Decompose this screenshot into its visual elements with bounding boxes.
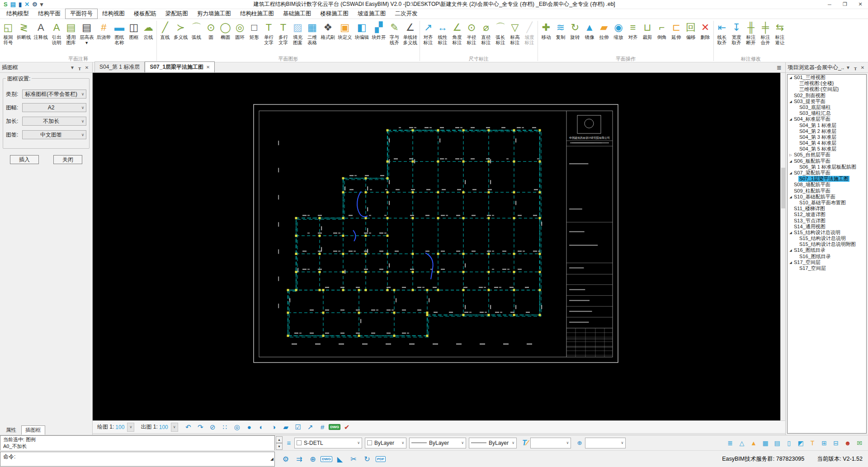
print-icon[interactable]: ▤ xyxy=(772,438,782,448)
panel-close-icon[interactable]: ✕ xyxy=(83,65,90,70)
menu-item-结构柱施工图[interactable]: 结构柱施工图 xyxy=(236,9,278,19)
menu-item-基础施工图[interactable]: 基础施工图 xyxy=(278,9,316,19)
tree-expander-icon[interactable]: ◢ xyxy=(788,75,793,80)
tree-item[interactable]: ◢S15_结构设计总说明 xyxy=(788,230,866,236)
panel-pin-icon[interactable]: ┰ xyxy=(76,65,83,70)
ribbon-button[interactable]: ▤通用 图库 xyxy=(64,20,78,47)
frame-crop-icon[interactable]: # xyxy=(317,422,328,432)
ribbon-button[interactable]: 回偏移 xyxy=(684,20,698,47)
close-tab-icon[interactable]: ✕ xyxy=(206,65,210,70)
settings-gear-icon[interactable]: ⚙ xyxy=(280,453,291,464)
layer-select[interactable]: S-DETL ∨ xyxy=(294,438,362,448)
redo-icon[interactable]: ↷ xyxy=(195,422,206,432)
tree-item[interactable]: ◢S07_梁配筋平面 xyxy=(788,170,866,176)
slope-tool-icon[interactable]: ◣ xyxy=(335,453,345,464)
ribbon-button[interactable]: ⌒弧长 标注 xyxy=(493,20,508,47)
ribbon-button[interactable]: ∠单线转 多义线 xyxy=(402,20,419,47)
ribbon-button[interactable]: A引出 说明 xyxy=(49,20,64,47)
tree-item[interactable]: S09_柱配筋平面 xyxy=(788,188,866,194)
menu-item-结构平面[interactable]: 结构平面 xyxy=(33,9,65,19)
document-tab[interactable]: S07_1层梁平法施工图✕ xyxy=(145,61,215,72)
draw-scale-dropdown[interactable]: ∨ xyxy=(127,423,134,432)
ribbon-button[interactable]: ╪标注 合并 xyxy=(758,20,773,47)
minimize-button[interactable]: ─ xyxy=(822,0,837,9)
ribbon-button[interactable]: ▤层高表 ▾ xyxy=(78,20,95,47)
ribbon-button[interactable]: ↗对齐 标注 xyxy=(421,20,435,47)
measure-icon[interactable]: ↗ xyxy=(305,422,316,432)
ribbon-button[interactable]: ◎圆环 xyxy=(233,20,247,47)
tree-item[interactable]: S15_结构设计总说明附图 xyxy=(788,241,866,247)
text-style-icon[interactable]: T xyxy=(807,438,817,448)
field-select-图幅[interactable]: A2∨ xyxy=(22,103,86,112)
ribbon-button[interactable]: ⌀直径 标注 xyxy=(479,20,493,47)
ribbon-button[interactable]: ◧块编辑 xyxy=(354,20,371,47)
settings-gear-icon[interactable]: ⚙ xyxy=(32,0,38,9)
menu-item-平面符号[interactable]: 平面符号 xyxy=(65,9,98,19)
unlock-rotate-icon[interactable]: ◑ xyxy=(268,422,279,432)
tree-item[interactable]: S17_空间层 xyxy=(788,265,866,271)
lock-icon[interactable]: ● xyxy=(244,422,255,432)
export-dwg-icon[interactable]: DWG xyxy=(329,422,340,432)
ribbon-button[interactable]: ⊙圆 xyxy=(204,20,218,47)
tree-item[interactable]: S13_节点详图 xyxy=(788,218,866,224)
menu-item-楼板配筋[interactable]: 楼板配筋 xyxy=(129,9,161,19)
donut-icon[interactable]: ◎ xyxy=(231,422,243,432)
ribbon-button[interactable]: A注释线 xyxy=(33,20,50,47)
ribbon-button[interactable]: ≷折断线 xyxy=(15,20,33,47)
tree-item[interactable]: 三维视图:{全楼} xyxy=(788,80,866,86)
tree-item[interactable]: S14_通用视图 xyxy=(788,224,866,230)
tree-item[interactable]: 三维视图:{空间层} xyxy=(788,86,866,92)
app-logo[interactable]: S xyxy=(4,0,8,9)
export-pdf-icon[interactable]: PDF xyxy=(375,453,386,464)
tree-item[interactable]: ▷S05_自然层平面 xyxy=(788,152,866,158)
tree-expander-icon[interactable]: ◢ xyxy=(788,230,793,236)
tree-expander-icon[interactable]: ◢ xyxy=(788,116,793,122)
menu-item-结构模型[interactable]: 结构模型 xyxy=(2,9,33,19)
triangle-fill-icon[interactable]: ▲ xyxy=(749,438,759,448)
tree-item[interactable]: ◢S16_图纸目录 xyxy=(788,247,866,253)
menu-item-剪力墙施工图[interactable]: 剪力墙施工图 xyxy=(193,9,236,19)
command-input[interactable]: 命令: ◢ xyxy=(0,452,275,467)
panel-dropdown-icon[interactable]: ▼ xyxy=(844,65,852,70)
ribbon-button[interactable]: ╫标注 断开 xyxy=(744,20,758,47)
verify-icon[interactable]: ✔ xyxy=(341,422,353,432)
resize-grip-icon[interactable]: ◢ xyxy=(270,457,274,461)
tree-item[interactable]: S15_结构设计总说明 xyxy=(788,236,866,241)
left-panel-tab-插图框[interactable]: 插图框 xyxy=(21,425,45,435)
restore-button[interactable]: ❐ xyxy=(837,0,853,9)
tree-expander-icon[interactable]: ◢ xyxy=(788,158,793,164)
ribbon-button[interactable]: ↧宽度 取齐 xyxy=(729,20,744,47)
ribbon-button[interactable]: ▬图纸 名称 xyxy=(112,20,127,47)
tree-item[interactable]: S04_第 4 标准层 xyxy=(788,140,866,146)
ribbon-button[interactable]: ◫图框 xyxy=(127,20,141,47)
drawing-canvas[interactable]: 中国建筑西南设计研究院有限公司 xyxy=(93,73,785,420)
tree-expander-icon[interactable]: ◢ xyxy=(788,247,793,253)
tree-item[interactable]: S04_第 2 标准层 xyxy=(788,128,866,134)
ribbon-button[interactable]: ▣块定义 xyxy=(336,20,354,47)
hide-icon[interactable]: ⊘ xyxy=(207,422,218,432)
ribbon-button[interactable]: T单行 文字 xyxy=(262,20,276,47)
panel-dropdown-icon[interactable]: ▼ xyxy=(69,65,76,70)
tree-expander-icon[interactable]: ▷ xyxy=(788,152,793,158)
field-select-图签[interactable]: 中文图签∨ xyxy=(22,130,86,139)
panel-pin-icon[interactable]: ┰ xyxy=(852,65,859,70)
canvas-vertical-scrollbar[interactable] xyxy=(780,73,785,420)
ribbon-button[interactable]: ✎字与 线齐 xyxy=(387,20,402,47)
ribbon-button[interactable]: ↔线性 标注 xyxy=(435,20,450,47)
ribbon-button[interactable]: ≻多义线 xyxy=(172,20,189,47)
ribbon-button[interactable]: □矩形 xyxy=(247,20,262,47)
tree-item[interactable]: S12_坡道详图 xyxy=(788,212,866,217)
table-icon[interactable]: ▦ xyxy=(760,438,770,448)
scroll-down-button[interactable]: ▼ xyxy=(276,443,283,450)
tree-item[interactable]: S02_剖面视图 xyxy=(788,93,866,99)
tree-item[interactable]: S07_1层梁平法施工图 xyxy=(788,176,866,182)
wipeout-icon[interactable]: ▰ xyxy=(280,422,292,432)
tree-item[interactable]: ◢S03_提资平面 xyxy=(788,99,866,104)
ribbon-button[interactable]: ◯椭圆 xyxy=(218,20,233,47)
export-doc-icon[interactable]: ↻ xyxy=(362,453,373,464)
ribbon-button[interactable]: ⇤线长 取齐 xyxy=(715,20,729,47)
menu-item-二次开发[interactable]: 二次开发 xyxy=(391,9,422,19)
ribbon-button[interactable]: ▰拉伸 xyxy=(597,20,611,47)
tree-item[interactable]: S10_基础平面布置图 xyxy=(788,200,866,206)
lock-rotate-icon[interactable]: ◐ xyxy=(256,422,267,432)
